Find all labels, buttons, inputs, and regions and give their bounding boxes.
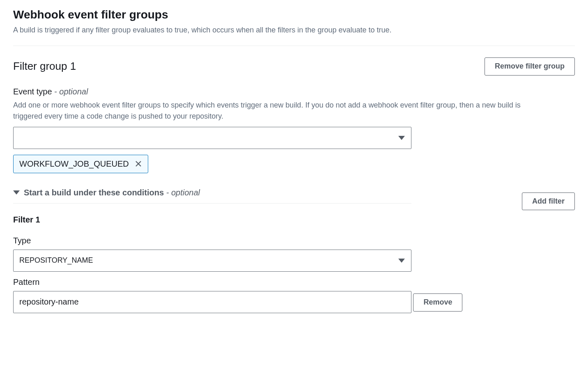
filter-heading: Filter 1 <box>13 215 575 225</box>
divider <box>13 46 575 46</box>
filter-type-selected-value: REPOSITORY_NAME <box>19 256 93 265</box>
conditions-title-text: Start a build under these conditions <box>24 188 164 197</box>
event-type-select[interactable] <box>13 127 411 149</box>
filter-type-label: Type <box>13 236 575 245</box>
add-filter-wrap: Add filter <box>522 192 575 211</box>
filter-pattern-input[interactable] <box>13 291 411 313</box>
filter-group-title: Filter group 1 <box>13 60 76 73</box>
filter-type-select-wrap: REPOSITORY_NAME <box>13 250 411 272</box>
event-type-select-wrap <box>13 127 411 149</box>
event-type-label-text: Event type <box>13 87 52 96</box>
filter-type-select[interactable]: REPOSITORY_NAME <box>13 250 411 272</box>
remove-filter-group-button[interactable]: Remove filter group <box>485 57 575 76</box>
page-description: A build is triggered if any filter group… <box>13 25 575 36</box>
add-filter-button[interactable]: Add filter <box>522 192 575 211</box>
page-title: Webhook event filter groups <box>13 8 575 21</box>
event-type-description: Add one or more webhook event filter gro… <box>13 100 547 122</box>
remove-tag-button[interactable] <box>135 160 142 167</box>
event-type-tag: WORKFLOW_JOB_QUEUED <box>13 155 148 173</box>
event-type-optional: - optional <box>54 87 88 96</box>
event-type-tag-label: WORKFLOW_JOB_QUEUED <box>19 159 129 169</box>
event-type-label: Event type - optional <box>13 87 575 96</box>
remove-filter-button[interactable]: Remove <box>413 293 462 312</box>
filter-group-header: Filter group 1 Remove filter group <box>13 57 575 76</box>
filter-pattern-label: Pattern <box>13 277 575 287</box>
collapse-caret-icon[interactable] <box>13 190 20 195</box>
conditions-row: Start a build under these conditions - o… <box>13 188 575 215</box>
conditions-optional: - optional <box>166 188 200 197</box>
conditions-title: Start a build under these conditions - o… <box>24 188 200 197</box>
conditions-header[interactable]: Start a build under these conditions - o… <box>13 188 411 204</box>
close-icon <box>135 160 142 167</box>
